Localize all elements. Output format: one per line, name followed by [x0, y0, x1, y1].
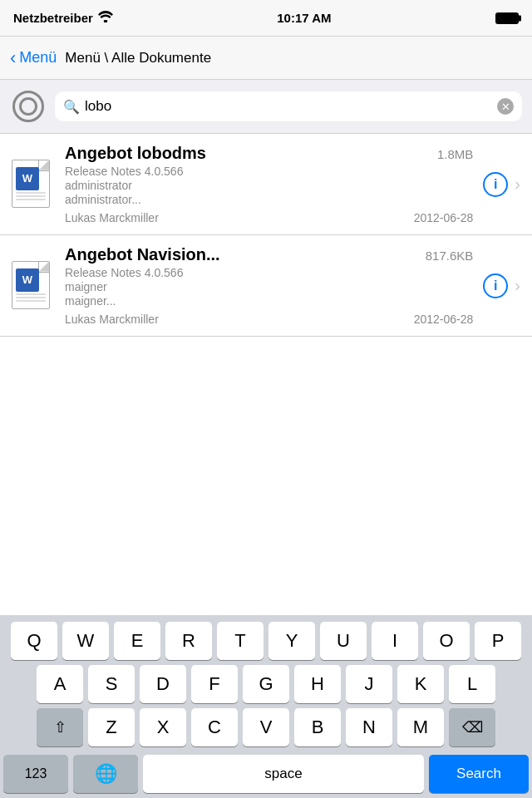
doc-lines-2: [16, 293, 46, 303]
doc-subtitle2-2: maigner: [65, 280, 473, 293]
doc-date-2: 2012-06-28: [414, 313, 474, 326]
back-chevron-icon: ‹: [10, 49, 16, 67]
key-d[interactable]: D: [140, 665, 186, 703]
keyboard: Q W E R T Y U I O P A S D F G H J K L ⇧ …: [0, 615, 532, 798]
doc-author-1: Lukas Marckmiller: [65, 211, 159, 224]
status-bar: Netzbetreiber 10:17 AM: [0, 0, 532, 37]
doc-icon-1: W: [12, 160, 55, 209]
key-r[interactable]: R: [165, 622, 212, 660]
keyboard-bottom-bar: 123 🌐 space Search: [0, 750, 532, 798]
key-p[interactable]: P: [475, 622, 521, 660]
scanner-inner-circle: [19, 97, 37, 116]
doc-title-row-2: Angebot Navision... 817.6KB: [65, 245, 473, 264]
chevron-right-icon-1: ›: [515, 175, 520, 194]
key-row-3: ⇧ Z X C V B N M ⌫: [3, 708, 529, 746]
scanner-button[interactable]: [10, 88, 47, 125]
battery-container: [495, 12, 519, 24]
doc-title-row-1: Angebot lobodms 1.8MB: [65, 144, 473, 163]
doc-page-1: W: [12, 160, 50, 208]
key-t[interactable]: T: [217, 622, 264, 660]
doc-size-2: 817.6KB: [426, 249, 474, 263]
key-e[interactable]: E: [114, 622, 160, 660]
document-item-2[interactable]: W Angebot Navision... 817.6KB Release No…: [0, 235, 532, 337]
delete-key[interactable]: ⌫: [449, 708, 495, 746]
nav-bar: ‹ Menü Menü \ Alle Dokumente: [0, 37, 532, 80]
key-b[interactable]: B: [294, 708, 341, 746]
doc-meta-1: Lukas Marckmiller 2012-06-28: [65, 211, 473, 224]
key-z[interactable]: Z: [88, 708, 135, 746]
doc-subtitle3-2: maigner...: [65, 294, 473, 308]
key-x[interactable]: X: [140, 708, 186, 746]
key-s[interactable]: S: [88, 665, 135, 703]
doc-info-2: Angebot Navision... 817.6KB Release Note…: [65, 245, 473, 326]
doc-date-1: 2012-06-28: [414, 211, 474, 224]
doc-corner-1: [39, 160, 49, 170]
info-button-2[interactable]: i: [483, 273, 508, 298]
space-key[interactable]: space: [143, 755, 424, 793]
doc-info-1: Angebot lobodms 1.8MB Release Notes 4.0.…: [65, 144, 473, 224]
doc-page-2: W: [12, 261, 50, 309]
search-input[interactable]: [85, 98, 492, 115]
doc-icon-2: W: [12, 261, 55, 311]
keyboard-rows: Q W E R T Y U I O P A S D F G H J K L ⇧ …: [0, 615, 532, 750]
doc-lines-1: [16, 192, 46, 202]
doc-subtitle1-2: Release Notes 4.0.566: [65, 266, 473, 279]
status-time: 10:17 AM: [277, 11, 331, 25]
doc-subtitle3-1: administrator...: [65, 193, 473, 206]
doc-author-2: Lukas Marckmiller: [65, 313, 159, 326]
key-j[interactable]: J: [346, 665, 392, 703]
key-m[interactable]: M: [397, 708, 444, 746]
carrier-label: Netzbetreiber: [13, 11, 93, 25]
wifi-icon: [98, 11, 113, 25]
nav-back-button[interactable]: ‹ Menü: [10, 49, 57, 67]
shift-key[interactable]: ⇧: [37, 708, 83, 746]
doc-title-2: Angebot Navision...: [65, 245, 220, 264]
info-button-1[interactable]: i: [483, 172, 508, 197]
key-h[interactable]: H: [294, 665, 341, 703]
nav-title: Menü \ Alle Dokumente: [65, 50, 211, 66]
globe-key[interactable]: 🌐: [73, 755, 138, 793]
search-input-wrapper[interactable]: 🔍 ✕: [55, 91, 522, 121]
doc-title-1: Angebot lobodms: [65, 144, 206, 163]
key-row-1: Q W E R T Y U I O P: [3, 622, 529, 660]
battery-fill: [497, 14, 517, 22]
key-a[interactable]: A: [37, 665, 83, 703]
document-list: W Angebot lobodms 1.8MB Release Notes 4.…: [0, 134, 532, 337]
key-g[interactable]: G: [243, 665, 289, 703]
doc-subtitle2-1: administrator: [65, 179, 473, 192]
search-clear-button[interactable]: ✕: [497, 98, 514, 115]
battery-icon: [495, 12, 519, 24]
key-u[interactable]: U: [320, 622, 367, 660]
key-row-2: A S D F G H J K L: [3, 665, 529, 703]
doc-actions-1: i ›: [483, 172, 520, 197]
key-q[interactable]: Q: [11, 622, 57, 660]
key-k[interactable]: K: [397, 665, 444, 703]
word-badge-1: W: [16, 167, 39, 190]
key-c[interactable]: C: [191, 708, 238, 746]
key-i[interactable]: I: [372, 622, 418, 660]
key-o[interactable]: O: [423, 622, 470, 660]
search-mag-icon: 🔍: [63, 99, 80, 115]
key-n[interactable]: N: [346, 708, 392, 746]
chevron-right-icon-2: ›: [515, 276, 520, 295]
search-bar: 🔍 ✕: [0, 80, 532, 134]
key-w[interactable]: W: [62, 622, 109, 660]
doc-corner-2: [39, 262, 49, 272]
doc-meta-2: Lukas Marckmiller 2012-06-28: [65, 313, 473, 326]
key-l[interactable]: L: [449, 665, 495, 703]
scanner-circle-icon: [12, 91, 44, 122]
document-item-1[interactable]: W Angebot lobodms 1.8MB Release Notes 4.…: [0, 134, 532, 235]
doc-actions-2: i ›: [483, 273, 520, 298]
back-label: Menü: [19, 49, 57, 66]
doc-subtitle1-1: Release Notes 4.0.566: [65, 165, 473, 178]
key-f[interactable]: F: [191, 665, 238, 703]
search-key[interactable]: Search: [429, 755, 529, 793]
carrier-wifi: Netzbetreiber: [13, 11, 113, 25]
word-badge-2: W: [16, 268, 39, 292]
key-v[interactable]: V: [243, 708, 289, 746]
numbers-key[interactable]: 123: [3, 755, 68, 793]
doc-size-1: 1.8MB: [437, 147, 473, 161]
key-y[interactable]: Y: [268, 622, 315, 660]
